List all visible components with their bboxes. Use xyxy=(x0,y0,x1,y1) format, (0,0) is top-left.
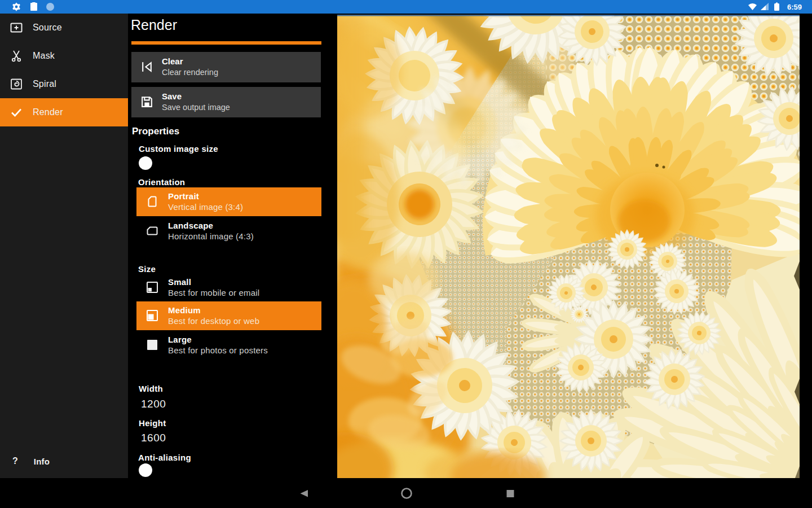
svg-text:6:59: 6:59 xyxy=(787,3,802,11)
